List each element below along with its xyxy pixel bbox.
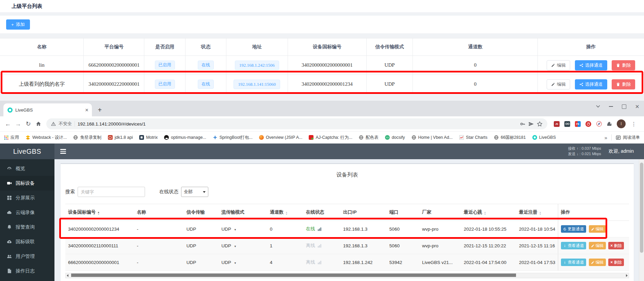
edit-button[interactable]: 编辑 [547, 60, 570, 70]
bookmark-star-icon[interactable] [537, 121, 543, 127]
sidebar-item-split-screen[interactable]: 分屏展示 [0, 191, 54, 205]
add-platform-button[interactable]: + 添加 [6, 19, 30, 30]
bookmark-webstack[interactable]: Webstack - 设计... [26, 135, 67, 140]
browser-menu-kebab-icon[interactable]: ⋮ [630, 121, 638, 127]
col-header-channels[interactable]: 通道数▲▼ [267, 204, 303, 221]
cell-stream-mode[interactable]: UDP▼ [219, 237, 267, 254]
bookmarks-overflow-icon[interactable]: » [605, 135, 607, 140]
address-bar[interactable]: 不安全 192.168.1.141:20000/#/devices/1 [46, 118, 547, 129]
scrollbar-thumb[interactable] [71, 274, 516, 277]
bookmark-overview-jsip[interactable]: Overview (JSIP A... [259, 135, 302, 140]
reload-button[interactable]: ↻ [23, 119, 33, 129]
new-tab-button[interactable]: + [95, 105, 105, 115]
scroll-right-arrow-icon[interactable] [626, 274, 628, 277]
delete-button[interactable]: ×删除 [608, 259, 624, 266]
bookmark-jdk-api[interactable]: jdk1.8 api [108, 135, 133, 140]
url-text[interactable]: 192.168.1.141:20000/#/devices/1 [78, 121, 517, 127]
bookmark-motrix[interactable]: Motrix [139, 135, 158, 140]
edit-button[interactable]: 编辑 [589, 225, 606, 233]
online-status-label: 在线状态 [159, 189, 178, 195]
sort-icon[interactable]: ▲▼ [97, 211, 100, 215]
select-channel-button[interactable]: 选择通道 [575, 60, 607, 70]
delete-button[interactable]: 删除 [612, 60, 635, 70]
extension-blocker-icon[interactable] [596, 121, 602, 127]
view-channels-button[interactable]: 查看通道 [561, 259, 586, 266]
device-row[interactable]: 34020000002110000111 - UDP UDP▼ 1 离线 192… [65, 237, 629, 254]
col-header-device-id[interactable]: 设备国标编号▲▼ [65, 204, 134, 221]
extension-fe-icon[interactable]: FE [575, 121, 581, 127]
scrollbar-thumb[interactable] [640, 163, 643, 253]
bookmark-color-table[interactable]: 配色表 [359, 135, 379, 140]
device-row-highlighted[interactable]: 34020000002000001234 - UDP UDP▼ 0 在线 192… [65, 221, 629, 237]
page-vertical-scrollbar[interactable] [639, 159, 644, 281]
extensions-puzzle-icon[interactable] [606, 121, 613, 127]
horizontal-scrollbar[interactable] [65, 273, 629, 278]
browser-tab[interactable]: LiveGBS × [3, 103, 92, 116]
sidebar-item-cloud-recording[interactable]: 云端录像 [0, 205, 54, 220]
view-channels-button[interactable]: 查看通道 [561, 242, 586, 249]
send-icon[interactable] [528, 121, 534, 127]
bookmark-gb28181[interactable]: 66国标28181 [494, 135, 526, 140]
col-header-heartbeat[interactable]: 最近心跳▲▼ [461, 204, 516, 221]
back-button[interactable]: ← [3, 119, 13, 129]
update-channels-button[interactable]: 更新通道 [561, 225, 586, 233]
traffic-chart-icon[interactable] [317, 227, 322, 231]
extension-js-icon[interactable]: JS [553, 121, 560, 127]
cell-address: 192.168.1.141:15060 [226, 75, 288, 94]
bookmark-star-charts[interactable]: Star Charts [459, 135, 487, 140]
chevron-down-icon[interactable] [596, 105, 600, 108]
bookmark-vben-home[interactable]: Home | Vben Ad... [412, 135, 453, 140]
bookmark-aj-captcha[interactable]: AJ-Captcha: 行为... [309, 135, 352, 140]
divider [0, 94, 644, 101]
bookmark-copy-free[interactable]: 免登录复制 [73, 135, 101, 140]
bookmark-apps[interactable]: 应用 [4, 135, 19, 140]
cell-device-id: 34020000002000001234 [65, 221, 134, 237]
sidebar-item-user-management[interactable]: 用户管理 [0, 249, 54, 264]
online-status-select[interactable]: 全部 [181, 187, 208, 197]
search-input[interactable] [78, 187, 145, 197]
home-button[interactable] [33, 119, 44, 129]
col-header-registered[interactable]: 最近注册▲▼ [516, 204, 558, 221]
sidebar-item-alarm-query[interactable]: 报警查询 [0, 220, 54, 234]
delete-button[interactable]: ×删除 [608, 242, 624, 249]
enabled-badge: 已启用 [155, 80, 175, 89]
bookmark-docsify[interactable]: docsify [385, 135, 405, 140]
divider [0, 12, 644, 16]
edit-button[interactable]: 编辑 [589, 259, 606, 266]
bookmark-springboot[interactable]: SpringBoot打包... [213, 135, 253, 140]
extension-glasses-icon[interactable] [564, 121, 570, 127]
edit-button[interactable]: 编辑 [547, 79, 570, 89]
extension-adblock-hand-icon[interactable] [585, 121, 592, 127]
reading-list-button[interactable]: 阅读清单 [616, 135, 640, 140]
key-icon[interactable] [520, 121, 526, 127]
sidebar-toggle-hamburger-icon[interactable] [60, 149, 66, 153]
app-logo[interactable]: LiveGBS [0, 144, 54, 159]
sidebar-item-overview[interactable]: 概览 [0, 161, 54, 176]
bookmark-livegbs[interactable]: LiveGBS [532, 135, 556, 140]
cell-stream-mode[interactable]: UDP▼ [219, 221, 267, 237]
delete-button[interactable]: 删除 [612, 79, 635, 89]
tab-close-icon[interactable]: × [85, 107, 88, 113]
sidebar-item-gb-cascade[interactable]: 国标级联 [0, 234, 54, 249]
select-channel-button[interactable]: 选择通道 [575, 79, 607, 89]
security-label[interactable]: 不安全 [59, 121, 72, 127]
scroll-left-arrow-icon[interactable] [67, 274, 68, 277]
window-minimize-button[interactable] [609, 106, 613, 107]
forward-button[interactable]: → [13, 119, 23, 129]
profile-avatar[interactable]: I [617, 119, 626, 128]
device-row[interactable]: 66620000002000000001 - UDP UDP▼ 4 离线 192… [65, 254, 629, 271]
edit-button[interactable]: 编辑 [589, 242, 606, 249]
cell-stream-mode[interactable]: UDP▼ [219, 254, 267, 271]
divider [611, 134, 612, 140]
cell-heartbeat: 2022-01-18 10:55:25 [461, 221, 516, 237]
sort-icon[interactable]: ▲▼ [484, 211, 486, 215]
sidebar-item-operation-log[interactable]: 操作日志 [0, 264, 54, 278]
sidebar-item-basic-config[interactable]: 基础配置 [0, 278, 54, 281]
sort-icon[interactable]: ▲▼ [285, 211, 288, 215]
sort-icon[interactable]: ▲▼ [539, 211, 542, 215]
window-maximize-button[interactable] [622, 104, 626, 109]
window-close-button[interactable]: × [635, 103, 639, 110]
welcome-user[interactable]: 欢迎, admin [609, 148, 634, 154]
sidebar-item-gb-devices[interactable]: 国标设备 [0, 176, 54, 191]
bookmark-optimus[interactable]: optimus-manage... [164, 135, 206, 140]
